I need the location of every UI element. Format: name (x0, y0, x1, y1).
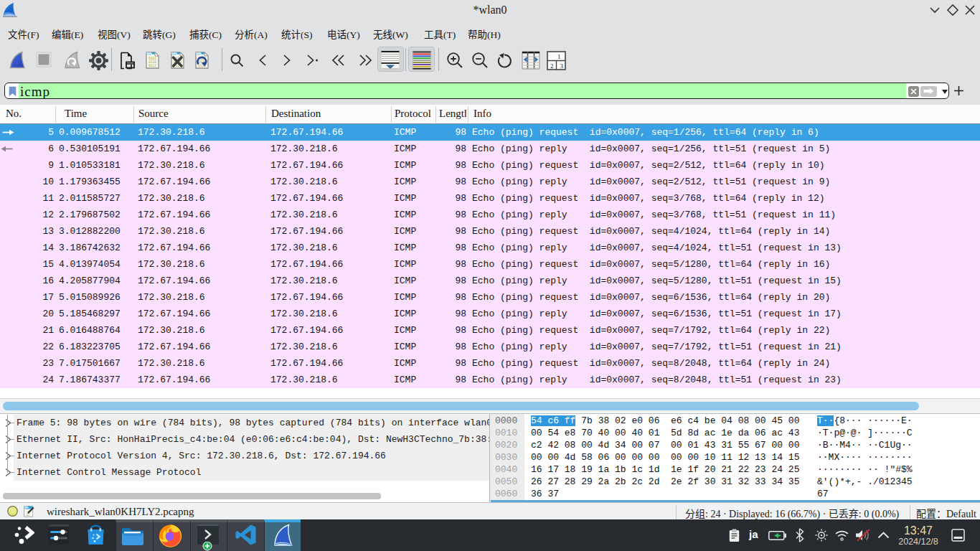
svg-text:2: 2 (550, 62, 554, 70)
svg-text:1: 1 (557, 53, 561, 60)
svg-text:3: 3 (560, 62, 564, 70)
svg-text:0111: 0111 (149, 64, 156, 67)
